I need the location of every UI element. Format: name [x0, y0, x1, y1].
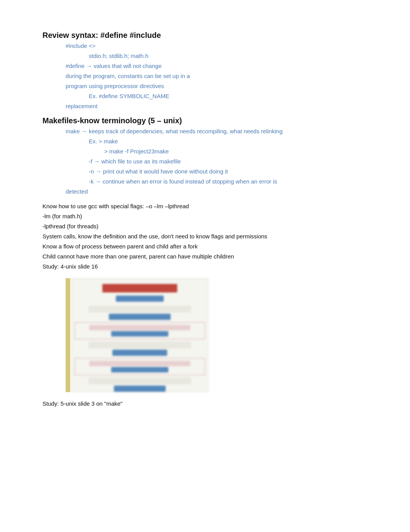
define-desc2: program using preprocessor directives	[42, 82, 371, 91]
lpthread-note: -lpthread (for threads)	[42, 222, 371, 231]
yellow-sidebar	[66, 278, 70, 392]
make-ex1: Ex. > make	[42, 137, 371, 146]
make-desc: make → keeps track of dependencies, what…	[42, 127, 371, 136]
study-note2: Study: 5-unix slide 3 on "make"	[42, 399, 371, 408]
include-line: #include <>	[42, 41, 371, 51]
fork-flow: Know a flow of process between parent an…	[42, 242, 371, 251]
section-makefiles: Makefiles-know terminology (5 – unix) ma…	[42, 116, 371, 196]
make-flag-n: -n → print out what it would have done w…	[42, 167, 371, 176]
slide-content-area	[71, 278, 208, 392]
make-flag-k-cont: detected	[42, 187, 371, 196]
section-gcc: Know how to use gcc with special flags: …	[42, 202, 371, 271]
slide-diagram-container	[66, 278, 208, 392]
study-note1: Study: 4-unix slide 16	[42, 262, 371, 271]
section-review-syntax: Review syntax: #define #include #include…	[42, 31, 371, 111]
define-line: #define → values that will not change	[42, 61, 371, 71]
make-flag-k: -k → continue when an error is found ins…	[42, 177, 371, 186]
lm-note: -lm (for math.h)	[42, 212, 371, 221]
define-ex: Ex. #define SYMBOLIC_NAME	[42, 92, 371, 101]
define-desc1: during the program, constants can be set…	[42, 71, 371, 81]
make-flag-f: -f → which file to use as its makefile	[42, 157, 371, 166]
section1-heading: Review syntax: #define #include	[42, 31, 371, 40]
parent-child: Child cannot have more than one parent, …	[42, 252, 371, 261]
page-content: Review syntax: #define #include #include…	[42, 31, 371, 408]
gcc-flags: Know how to use gcc with special flags: …	[42, 202, 371, 211]
syscall-note: System calls, know the definition and th…	[42, 232, 371, 241]
study-note2-container: Study: 5-unix slide 3 on "make"	[42, 399, 371, 408]
make-ex2: > make -f Project23make	[42, 147, 371, 156]
define-replacement: replacement	[42, 102, 371, 111]
include-libs: stdio.h; stdlib.h; math.h	[42, 51, 371, 61]
section2-heading: Makefiles-know terminology (5 – unix)	[42, 116, 371, 125]
